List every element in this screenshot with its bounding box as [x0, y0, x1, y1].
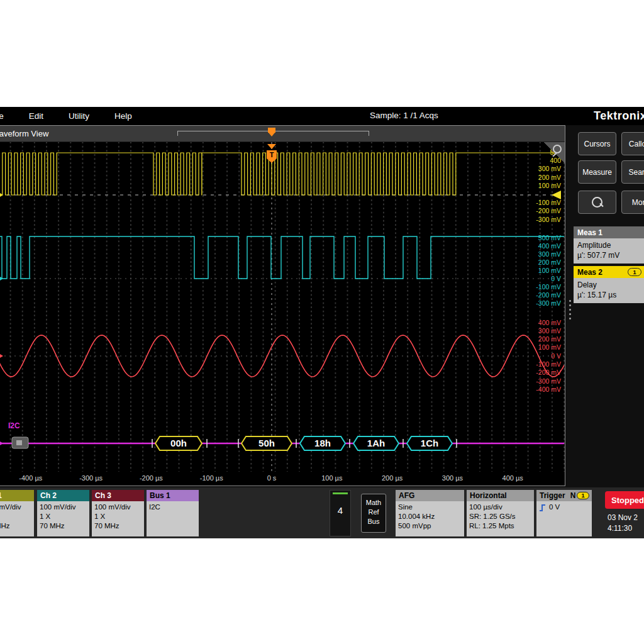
- bus-name-label: I2C: [8, 421, 20, 430]
- time-tick-label: 200 µs: [382, 474, 402, 482]
- ch2-scale-label: 400 mV: [538, 242, 561, 250]
- bus-packet-value: 18h: [314, 438, 331, 448]
- ch3-badge-header: Ch 3: [92, 490, 144, 501]
- menu-help[interactable]: Help: [114, 111, 132, 121]
- ch3-scale-label: 100 mV: [538, 343, 561, 351]
- menu-edit[interactable]: Edit: [29, 111, 43, 121]
- right-panel: Cursors Callout Measure Search More Meas…: [568, 125, 644, 486]
- time-tick-label: 100 µs: [321, 474, 342, 482]
- ch3-scale-label: 400 mV: [538, 319, 561, 326]
- panel-splitter-handle[interactable]: [569, 299, 572, 321]
- acquisition-status-button[interactable]: Stopped: [605, 491, 644, 509]
- meas2-value: µ': 15.17 µs: [577, 290, 644, 300]
- menu-utility[interactable]: Utility: [69, 111, 89, 121]
- ch2-scale-label: -300 mV: [536, 299, 561, 307]
- ch2-badge-body: 100 mV/div 1 X 70 MHz: [37, 501, 89, 536]
- trigger-level: 0 V: [549, 502, 560, 512]
- bus-packet-value: 1Ah: [367, 438, 385, 448]
- bus-badge-1[interactable]: Bus 1 I2C: [147, 490, 199, 536]
- ch2-badge-header: Ch 2: [37, 490, 89, 501]
- ch1-bandwidth: 70 MHz: [0, 521, 34, 531]
- measure-button[interactable]: Measure: [578, 160, 616, 184]
- bus1-type: I2C: [149, 502, 199, 512]
- time-tick-label: 400 µs: [502, 474, 523, 482]
- bus-label: Bus: [362, 517, 386, 526]
- graticule[interactable]: 00h50h18h1Ah1ChI2C500400300 mV200 mV100 …: [0, 142, 565, 472]
- ch1-atten: 1 X: [0, 512, 34, 521]
- ch2-trace[interactable]: [0, 236, 564, 279]
- ch3-badge-body: 100 mV/div 1 X 70 MHz: [92, 501, 144, 536]
- afg-waveform-type: Sine: [398, 502, 464, 512]
- trigger-badge-header: TriggerN 1: [536, 490, 592, 501]
- channel-badge-ch3[interactable]: Ch 3 100 mV/div 1 X 70 MHz: [92, 490, 144, 536]
- sample-status: Sample: 1 /1 Acqs: [370, 111, 438, 120]
- ch1-scale-label: 100 mV: [538, 182, 561, 189]
- display-zoom-icon: [592, 197, 602, 208]
- ch1-scale-label: 300 mV: [538, 165, 561, 172]
- waveform-view-header[interactable]: Waveform View: [0, 126, 565, 142]
- time-tick-label: 0 s: [267, 474, 277, 482]
- meas2-title: Meas 2: [577, 268, 602, 277]
- meas1-value: µ': 507.7 mV: [577, 250, 644, 260]
- ch3-scale-label: -100 mV: [536, 360, 561, 368]
- trigger-mode: N: [570, 491, 576, 500]
- meas1-body: Amplitude µ': 507.7 mV: [574, 238, 644, 264]
- slot4-label: 4: [330, 505, 350, 516]
- channel-badge-ch1[interactable]: Ch 1 100 mV/div 1 X 70 MHz: [0, 490, 34, 536]
- search-button[interactable]: Search: [621, 160, 644, 184]
- meas2-body: Delay µ': 15.17 µs: [574, 278, 644, 303]
- time-tick-label: -200 µs: [140, 474, 163, 482]
- meas2-source-pill: 1: [628, 268, 641, 276]
- ch1-trace[interactable]: [0, 153, 564, 195]
- afg-frequency: 10.004 kHz: [398, 512, 464, 521]
- horizontal-scale: 100 µs/div: [469, 502, 534, 512]
- trigger-badge[interactable]: TriggerN 1 0 V: [536, 490, 592, 536]
- math-label: Math: [362, 498, 386, 508]
- zoom-overview-button[interactable]: [578, 191, 616, 214]
- channel-badge-ch2[interactable]: Ch 2 100 mV/div 1 X 70 MHz: [37, 490, 89, 536]
- ch3-ground-marker[interactable]: [0, 351, 3, 361]
- afg-amplitude: 500 mVpp: [398, 521, 464, 531]
- trigger-title: Trigger: [540, 491, 565, 500]
- ch2-scale: 100 mV/div: [40, 502, 89, 512]
- trigger-badge-body: 0 V: [536, 501, 592, 536]
- bus1-badge-body: I2C: [147, 501, 199, 536]
- ch3-atten: 1 X: [94, 512, 144, 521]
- ch1-scale-label: -100 mV: [536, 199, 561, 206]
- cursors-button[interactable]: Cursors: [578, 132, 616, 155]
- measurement-badge-1[interactable]: Meas 1 Amplitude µ': 507.7 mV: [574, 226, 644, 264]
- ch2-scale-label: 300 mV: [538, 250, 561, 258]
- ch1-zero-arrow[interactable]: [552, 191, 561, 199]
- ch3-bandwidth: 70 MHz: [94, 521, 144, 531]
- time-axis: -400 µs-300 µs-200 µs-100 µs0 s100 µs200…: [0, 472, 565, 486]
- graticule-zoom-corner[interactable]: [543, 142, 565, 164]
- callout-button[interactable]: Callout: [621, 132, 644, 155]
- meas1-title: Meas 1: [577, 228, 602, 237]
- ch3-scale-label: -200 mV: [536, 369, 561, 376]
- slot-4-button[interactable]: 4: [330, 490, 351, 536]
- measurement-badge-2[interactable]: Meas 2 1 Delay µ': 15.17 µs: [574, 266, 644, 303]
- waveform-display[interactable]: 00h50h18h1Ah1ChI2C500400300 mV200 mV100 …: [0, 142, 564, 472]
- bus1-marker[interactable]: [0, 438, 3, 448]
- ch2-scale-label: -200 mV: [536, 291, 561, 299]
- more-button[interactable]: More: [621, 191, 644, 214]
- trigger-position-marker[interactable]: [268, 128, 275, 133]
- horizontal-badge-header: Horizontal: [467, 490, 534, 501]
- horizontal-record-length: RL: 1.25 Mpts: [469, 521, 534, 531]
- menu-file[interactable]: File: [0, 111, 4, 121]
- bus-packet-value: 1Ch: [421, 438, 438, 448]
- ch3-scale-label: -300 mV: [536, 377, 561, 385]
- time-tick-label: -400 µs: [19, 474, 42, 482]
- ch2-scale-label: 500 mV: [538, 234, 561, 242]
- time-tick-label: -100 µs: [200, 474, 223, 482]
- horizontal-badge[interactable]: Horizontal 100 µs/div SR: 1.25 GS/s RL: …: [467, 490, 534, 536]
- math-ref-bus-button[interactable]: Math Ref Bus: [361, 494, 386, 533]
- time-tick-label: 300 µs: [442, 474, 463, 482]
- meas1-type: Amplitude: [577, 240, 644, 250]
- ch3-scale-label: 300 mV: [538, 327, 561, 335]
- trigger-flag-point: [267, 158, 277, 163]
- bus-handle-icon: [16, 440, 22, 445]
- afg-badge[interactable]: AFG Sine 10.004 kHz 500 mVpp: [396, 490, 464, 536]
- horizontal-badge-body: 100 µs/div SR: 1.25 GS/s RL: 1.25 Mpts: [467, 501, 534, 536]
- datetime-display: 03 Nov 2 4:11:30: [608, 513, 638, 534]
